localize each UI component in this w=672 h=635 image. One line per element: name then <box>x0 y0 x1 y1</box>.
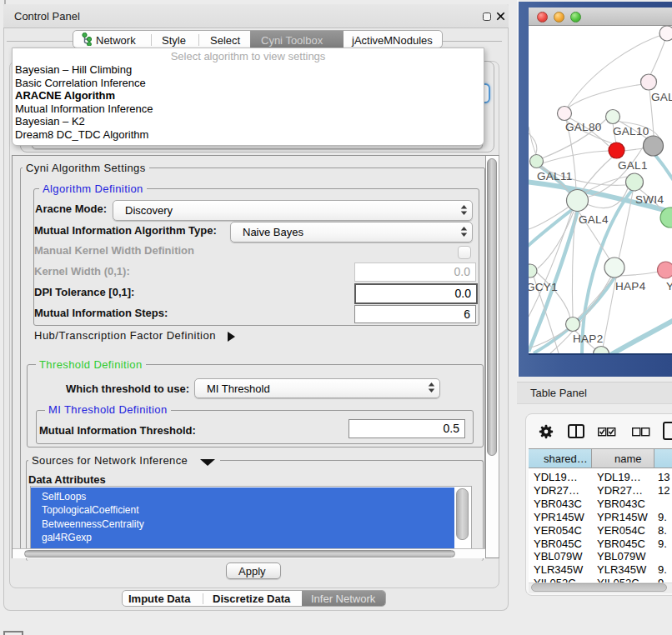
svg-text:GAL80: GAL80 <box>565 121 602 133</box>
svg-text:HAP2: HAP2 <box>573 332 603 345</box>
svg-text:HAP4: HAP4 <box>615 280 646 292</box>
svg-text:GAL11: GAL11 <box>537 170 573 182</box>
svg-text:GAL1: GAL1 <box>618 159 648 172</box>
svg-text:SWI4: SWI4 <box>635 193 664 206</box>
svg-text:GAL4: GAL4 <box>579 213 609 226</box>
svg-text:GAL7: GAL7 <box>651 91 672 103</box>
svg-text:GCY1: GCY1 <box>529 281 558 293</box>
svg-text:GAL10: GAL10 <box>613 125 649 138</box>
svg-text:YM: YM <box>666 280 672 292</box>
